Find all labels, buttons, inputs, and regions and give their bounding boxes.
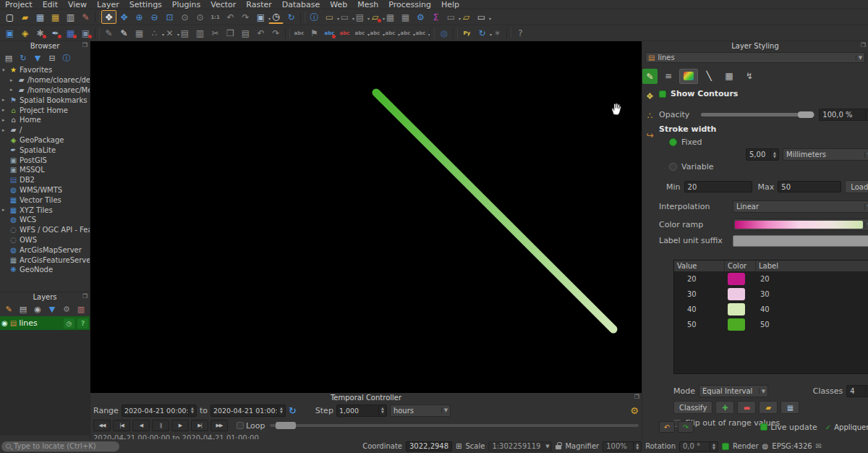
color-ramp-combo[interactable]: ▼ <box>733 219 868 231</box>
single-symbol-tab-icon[interactable]: ≡ <box>659 69 678 84</box>
live-update-checkbox[interactable] <box>760 423 767 431</box>
styling-float-icon[interactable]: ❐ <box>861 42 866 48</box>
class-color-swatch[interactable] <box>728 273 745 285</box>
menu-item[interactable]: Vector <box>205 1 241 9</box>
locate-search-input[interactable]: Type to locate (Ctrl+K) <box>1 441 119 452</box>
report-bug-icon[interactable]: ✶ ▾ <box>490 26 505 40</box>
browser-item-wcs[interactable]: ◍ WCS <box>0 215 90 225</box>
browser-item-vector-tiles[interactable]: ▦ Vector Tiles <box>0 195 90 205</box>
browser-item-geonode[interactable]: ❋ GeoNode <box>0 265 90 275</box>
separator[interactable]: ▾ <box>453 27 458 39</box>
menu-item[interactable]: Plugins <box>167 1 205 9</box>
browser-item-arcgismapserver[interactable]: ◍ ArcGisMapServer <box>0 245 90 255</box>
zoom-last-icon[interactable]: ↶ ▾ <box>223 10 238 24</box>
menu-item[interactable]: Web <box>325 1 352 9</box>
labeling-options-icon[interactable]: abc ▾ <box>322 26 337 40</box>
skip-end-button[interactable]: ▶| <box>191 420 208 431</box>
spinner-arrows[interactable]: ▲▼ <box>378 405 386 416</box>
filter-expression-icon[interactable]: ⚙ <box>61 304 72 315</box>
browser-item-home[interactable]: ▸ ⌂ Home <box>0 115 90 125</box>
temporal-float-icon[interactable]: ❐ <box>634 394 639 400</box>
map-themes-icon[interactable]: ▤ <box>17 304 29 315</box>
vertex-tool-icon[interactable]: ✕ ▾ <box>162 26 177 40</box>
scale-combo[interactable]: 1:302259119 ▼ <box>488 441 552 452</box>
layer-notes-indicator-icon[interactable]: ? <box>77 318 88 329</box>
redo-icon[interactable]: ↷ ▾ <box>268 26 284 40</box>
add-spatialite-icon[interactable]: ✒ ▾ <box>48 26 63 40</box>
interpolation-combo[interactable]: Linear ▼ <box>733 200 868 213</box>
metasearch-icon[interactable]: ◍ ▾ <box>436 26 451 40</box>
separator[interactable]: ▾ <box>95 12 100 23</box>
table-row[interactable]: 20 20 <box>674 271 868 287</box>
layer-temporal-indicator-icon[interactable]: ◷ <box>64 318 75 329</box>
render-checkbox[interactable] <box>722 443 729 450</box>
separator[interactable]: ▾ <box>430 27 435 39</box>
move-label-icon[interactable]: abc ▾ <box>383 26 398 40</box>
browser-item-spatialite[interactable]: ✒ SpatiaLite <box>0 145 90 155</box>
processing-toolbox-icon[interactable]: ⚙ ▾ <box>413 10 428 24</box>
remove-layer-icon[interactable]: ▥ <box>75 304 87 315</box>
menu-item[interactable]: Settings <box>124 1 167 9</box>
browser-item-wms[interactable]: ◍ WMS/WMTS <box>0 185 90 195</box>
save-edits-icon[interactable]: ▦ ▾ <box>132 26 147 40</box>
load-classes-icon[interactable]: ▰ <box>759 401 778 414</box>
style-undo-button[interactable]: ↶ <box>659 421 675 433</box>
measure-icon[interactable]: ▭ ▾ <box>443 10 459 24</box>
play-backward-button[interactable]: ◀ <box>132 420 150 431</box>
new-print-layout-icon[interactable]: ▥ ▾ <box>63 10 78 24</box>
fast-forward-button[interactable]: ▶▶ <box>210 420 228 431</box>
add-class-icon[interactable]: ✚ <box>715 401 734 414</box>
help-icon[interactable]: ? ▾ <box>513 26 528 40</box>
new-project-icon[interactable]: ▢ ▾ <box>2 10 17 24</box>
crs-globe-icon[interactable]: ◍ <box>762 442 769 450</box>
browser-filter-icon[interactable]: ▼ <box>32 53 43 64</box>
fast-rewind-button[interactable]: ◀◀ <box>93 420 111 431</box>
map-tips-icon[interactable]: ▱ ▾ <box>459 10 474 24</box>
menu-item[interactable]: Mesh <box>352 1 383 9</box>
change-label-icon[interactable]: abc ▾ <box>413 26 428 40</box>
skip-start-button[interactable]: |◀ <box>113 420 130 431</box>
browser-item-geopackage[interactable]: ◈ GeoPackage <box>0 135 90 145</box>
table-row[interactable]: 50 50 <box>674 317 868 332</box>
class-label[interactable]: 50 <box>756 321 868 329</box>
separator[interactable]: ▾ <box>300 12 305 23</box>
pause-button[interactable]: || <box>152 420 169 431</box>
classes-spinbox[interactable]: 4 ▲▼ <box>846 385 868 397</box>
range-end-input[interactable]: 2020-04-21 01:00:00 ▲▼ <box>210 405 286 417</box>
filter-legend-icon[interactable]: ▼ <box>46 304 58 315</box>
style-manager-icon[interactable]: ✎ ▾ <box>78 10 93 24</box>
browser-item-ows[interactable]: ◌ OWS <box>0 235 90 245</box>
open-layer-styling-icon[interactable]: ✎ <box>3 304 14 315</box>
stop-labeling-icon[interactable]: abc ▾ <box>337 26 352 40</box>
modify-attributes-icon[interactable]: ▤ ▾ <box>177 26 192 40</box>
zoom-native-icon[interactable]: 1:1 ▾ <box>208 10 223 24</box>
layer-diagram-icon[interactable]: ⚑ ▾ <box>307 26 322 40</box>
color-column-header[interactable]: Color <box>725 261 756 271</box>
class-value[interactable]: 40 <box>674 305 725 313</box>
class-value[interactable]: 30 <box>674 290 725 298</box>
lock-icon[interactable] <box>556 445 561 449</box>
class-label[interactable]: 40 <box>756 305 868 313</box>
history-tab-icon[interactable]: ↪ <box>642 127 658 143</box>
menu-item[interactable]: Raster <box>241 1 276 9</box>
label-unit-suffix-input[interactable] <box>733 235 868 247</box>
zoom-next-icon[interactable]: ↷ ▾ <box>238 10 253 24</box>
statistics-icon[interactable]: Σ ▾ <box>428 10 443 24</box>
line-symbol-tab-icon[interactable]: ╲ <box>699 69 718 84</box>
copy-highlight-icon[interactable]: ▱ ▾ <box>367 10 383 24</box>
cut-features-icon[interactable]: ✂ ▾ <box>208 26 223 40</box>
range-start-input[interactable]: 2020-04-21 00:00:00 ▲▼ <box>122 405 197 417</box>
new-map-view-icon[interactable]: ▣ ▾ <box>253 10 268 24</box>
step-input[interactable]: 1,000 ▲▼ <box>336 405 387 417</box>
zoom-out-icon[interactable]: ⊖ ▾ <box>147 10 162 24</box>
symbology-tab-icon[interactable]: ✎ <box>642 69 658 84</box>
browser-properties-icon[interactable]: ⓘ <box>61 53 72 64</box>
menu-item[interactable]: Edit <box>38 1 63 9</box>
separator[interactable]: ▾ <box>95 27 100 39</box>
class-label[interactable]: 20 <box>756 275 868 283</box>
opacity-slider[interactable] <box>701 111 814 119</box>
copy-features-icon[interactable]: ❐ ▾ <box>223 26 238 40</box>
styling-layer-combo[interactable]: ▤ lines ▼ <box>645 52 865 63</box>
stroke-width-spinbox[interactable]: 5,00 ▲▼ <box>746 148 779 161</box>
pin-labels-icon[interactable]: abc ▾ <box>352 26 367 40</box>
